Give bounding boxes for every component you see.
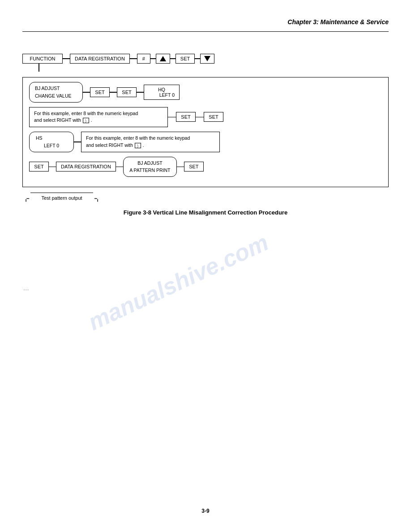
set-box-r2a: SET xyxy=(90,87,110,97)
set-box-r1: SET xyxy=(176,54,195,64)
triangle-down-box[interactable] xyxy=(200,54,214,64)
test-pattern-box: Test pattern output xyxy=(30,193,93,203)
triangle-down-icon xyxy=(204,56,210,61)
triangle-up-box[interactable] xyxy=(156,54,170,64)
set-box-r5a: SET xyxy=(29,162,49,172)
header-line xyxy=(22,31,389,32)
row5-block: SET DATA REGISTRATION BJ ADJUST A PATTER… xyxy=(29,157,382,177)
function-box: FUNCTION xyxy=(22,54,63,64)
set-box-r3b: SET xyxy=(204,112,223,122)
data-registration-box: DATA REGISTRATION xyxy=(70,54,130,64)
note-box-r4: For this example, enter 8 with the numer… xyxy=(81,132,220,152)
bracket-left: ⌌ xyxy=(22,193,30,202)
diagram-wrapper: FUNCTION DATA REGISTRATION # SET xyxy=(22,45,389,216)
bracket-right: ⌍ xyxy=(94,193,101,202)
hash-box: # xyxy=(137,54,150,64)
watermark: manualshive.com xyxy=(84,229,273,336)
set-box-r5b: SET xyxy=(184,162,204,172)
data-registration-box-r5: DATA REGISTRATION xyxy=(56,162,116,172)
row1-block: FUNCTION DATA REGISTRATION # SET xyxy=(22,54,389,72)
note-box-r3: For this example, enter 8 with the numer… xyxy=(29,107,168,128)
row6-block: ⌌ Test pattern output ⌍ xyxy=(22,193,389,203)
hq-left0-box: HQ LEFT 0 xyxy=(144,85,180,100)
figure-caption: Figure 3-8 Vertical Line Misalignment Co… xyxy=(22,209,389,216)
tiny-annotation: ..... xyxy=(23,287,29,291)
row2-block: BJ ADJUST CHANGE VALUE SET SET HQ LEFT 0 xyxy=(29,82,382,103)
row3-block: For this example, enter 8 with the numer… xyxy=(29,107,382,128)
bracket-arrow-r3: 〉 xyxy=(83,118,89,123)
set-box-r3a: SET xyxy=(176,112,196,122)
row4-block: HS LEFT 0 For this example, enter 8 with… xyxy=(29,132,382,152)
main-outer-box: BJ ADJUST CHANGE VALUE SET SET HQ LEFT 0 xyxy=(22,77,389,187)
bj-adjust-pattern-box: BJ ADJUST A PATTERN PRINT xyxy=(123,157,177,177)
bj-adjust-box: BJ ADJUST CHANGE VALUE xyxy=(29,82,83,103)
set-box-r2b: SET xyxy=(117,87,137,97)
triangle-up-icon xyxy=(160,56,166,61)
page-header: Chapter 3: Maintenance & Service xyxy=(287,18,389,26)
hs-left0-box: HS LEFT 0 xyxy=(29,132,74,152)
chapter-title: Chapter 3: Maintenance & Service xyxy=(287,18,389,26)
bracket-arrow-r4: 〉 xyxy=(135,143,141,148)
page-number: 3-9 xyxy=(201,508,209,514)
